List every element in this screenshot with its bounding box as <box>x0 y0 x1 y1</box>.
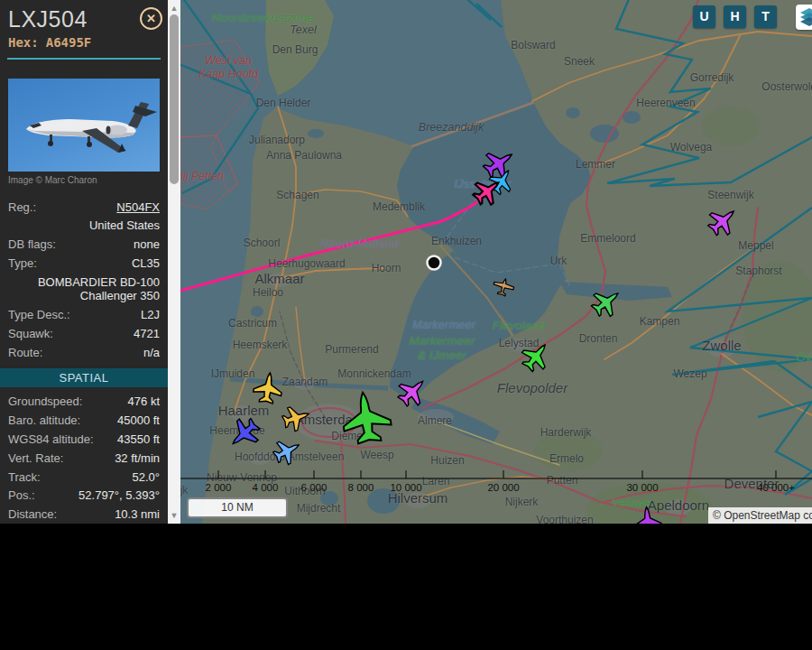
map-button-u[interactable]: U <box>693 5 715 28</box>
app-window: ✕ LXJ504 Hex:A6495F <box>0 0 812 650</box>
row-label: Reg.: <box>8 200 36 215</box>
aircraft-icon[interactable] <box>252 371 283 404</box>
aircraft-photo[interactable] <box>8 79 160 172</box>
map-button-h[interactable]: H <box>724 5 746 28</box>
altitude-tick-label: 30 000 <box>626 482 658 493</box>
hex-line: Hex:A6495F <box>8 35 160 50</box>
map-button-group: UHT <box>693 5 777 28</box>
row-value: BOMBARDIER BD-100 Challenger 350 <box>14 275 160 303</box>
scrollbar-down-icon[interactable]: ▼ <box>168 509 180 522</box>
aircraft-icon[interactable] <box>270 434 304 468</box>
altitude-tick-label: 2 000 <box>206 482 232 493</box>
spatial-row: Groundspeed:476 kt <box>8 393 160 412</box>
accent-divider <box>7 58 161 60</box>
map-canvas[interactable]: NoordzeekustzoneTexelDen BurgBolswardSne… <box>180 0 812 524</box>
photo-credit: Image © Marc Charon <box>8 175 160 185</box>
flight-detail-panel: ✕ LXJ504 Hex:A6495F <box>0 0 168 524</box>
map-attribution[interactable]: © OpenStreetMap contributors <box>708 507 812 524</box>
row-value: none <box>61 237 160 252</box>
aircraft-icon[interactable] <box>393 372 433 412</box>
row-value: 476 kt <box>88 395 160 409</box>
spatial-row: Distance:10.3 nmi <box>8 506 160 524</box>
aircraft-icon[interactable] <box>339 389 393 445</box>
map-aircraft-layer: 2 0004 0006 0008 00010 00020 00030 00040… <box>180 0 812 524</box>
aircraft-icon[interactable] <box>492 276 516 298</box>
aircraft-icon[interactable] <box>224 413 265 454</box>
layers-button[interactable] <box>796 5 812 30</box>
aircraft-info-rows: Reg.:N504FXUnited StatesDB flags:noneTyp… <box>8 198 160 362</box>
row-value: CL35 <box>42 256 160 271</box>
info-row: Squawk:4721 <box>8 324 160 343</box>
spatial-row: WGS84 altitude:43550 ft <box>8 430 160 449</box>
aircraft-photo-silhouette <box>8 79 160 172</box>
spatial-row: Track:52.0° <box>8 468 160 487</box>
row-value: 4721 <box>59 327 160 341</box>
spatial-row: Vert. Rate:32 ft/min <box>8 449 160 468</box>
section-header-spatial[interactable]: SPATIAL <box>0 368 168 387</box>
row-label: Distance: <box>8 507 57 522</box>
row-label: Pos.: <box>8 488 35 503</box>
info-row: Type:CL35 <box>8 254 160 273</box>
scrollbar-thumb[interactable] <box>170 14 179 184</box>
row-label: Route: <box>8 346 42 360</box>
altitude-tick-label: 8 000 <box>348 482 374 493</box>
layers-icon <box>796 5 812 30</box>
aircraft-icon[interactable] <box>517 337 556 376</box>
panel-scrollbar[interactable]: ▲ ▼ <box>168 0 180 524</box>
close-icon[interactable]: ✕ <box>140 7 162 30</box>
info-row: Type Desc.:L2J <box>8 306 160 325</box>
row-label: Type: <box>8 256 37 271</box>
altitude-tick-label: 6 000 <box>301 482 328 493</box>
flight-callsign: LXJ504 <box>8 6 160 32</box>
row-value: 52.797°, 5.393° <box>41 488 160 503</box>
row-label: Squawk: <box>8 327 53 341</box>
scale-indicator: 10 NM <box>187 497 288 518</box>
aircraft-icon[interactable] <box>587 283 626 321</box>
info-row: United States <box>8 217 160 236</box>
registration-link[interactable]: N504FX <box>42 200 160 215</box>
receiver-marker <box>428 256 441 270</box>
map-button-t[interactable]: T <box>754 5 777 28</box>
spatial-row: Pos.:52.797°, 5.393° <box>8 487 160 506</box>
row-label: Vert. Rate: <box>8 451 63 466</box>
row-label: WGS84 altitude: <box>8 432 94 447</box>
altitude-legend: 2 0004 0006 0008 00010 00020 00030 00040… <box>180 470 812 493</box>
row-value: United States <box>14 218 160 233</box>
aircraft-icon[interactable] <box>281 403 313 434</box>
info-row: DB flags:none <box>8 236 160 255</box>
row-value: 10.3 nmi <box>62 507 160 522</box>
row-label: DB flags: <box>8 237 56 252</box>
row-value: 45000 ft <box>86 413 160 428</box>
aircraft-icon[interactable] <box>633 506 662 524</box>
row-label: Type Desc.: <box>8 308 70 322</box>
altitude-tick-label: 10 000 <box>390 482 421 493</box>
row-value: 43550 ft <box>99 432 160 447</box>
info-row: Route:n/a <box>8 343 160 362</box>
row-label: Baro. altitude: <box>8 413 80 428</box>
hex-label: Hex: <box>8 35 39 50</box>
altitude-tick-label: 4 000 <box>253 482 279 493</box>
aircraft-icon[interactable] <box>704 201 743 240</box>
spatial-rows: Groundspeed:476 ktBaro. altitude:45000 f… <box>8 393 160 524</box>
altitude-tick-label: 40 000+ <box>757 482 795 493</box>
info-row: BOMBARDIER BD-100 Challenger 350 <box>8 273 160 305</box>
row-value: n/a <box>48 346 160 360</box>
altitude-tick-label: 20 000 <box>487 482 519 493</box>
info-row: Reg.:N504FX <box>8 198 160 217</box>
row-value: 52.0° <box>46 470 160 485</box>
row-label: Groundspeed: <box>8 395 82 409</box>
spatial-row: Baro. altitude:45000 ft <box>8 412 160 431</box>
row-value: L2J <box>76 308 160 322</box>
scrollbar-up-icon[interactable]: ▲ <box>168 2 180 14</box>
hex-value: A6495F <box>46 35 92 50</box>
row-value: 32 ft/min <box>69 451 160 466</box>
row-label: Track: <box>8 470 41 485</box>
